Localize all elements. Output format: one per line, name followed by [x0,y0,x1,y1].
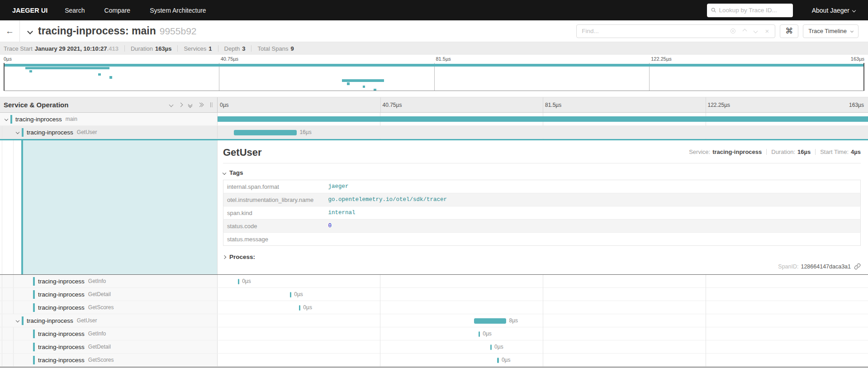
span-duration-label: 0µs [494,344,503,350]
focus-match-icon[interactable] [730,29,735,34]
chevron-down-icon [852,8,856,12]
chevron-down-icon [223,171,226,174]
keyboard-shortcuts-button[interactable]: ⌘ [780,24,798,38]
minimap-gridline [219,63,219,91]
timeline-gridline [380,97,381,112]
span-duration-bar[interactable] [497,358,499,363]
next-match-icon[interactable] [754,29,758,34]
trace-title: tracing-inprocess: main9955b92 [38,25,197,37]
minimap-gridline [649,63,650,91]
app-brand[interactable]: JAEGER UI [12,7,47,14]
trace-id-lookup-input[interactable] [719,7,788,14]
span-duration-bar[interactable] [490,345,492,350]
expander-toggle[interactable] [13,319,22,322]
indent-guide [2,288,13,301]
nav-item-compare[interactable]: Compare [104,7,131,14]
operation-name: GetInfo [88,278,106,284]
column-resizer-handle[interactable] [210,102,213,107]
minimap-span-bar [374,89,376,91]
find-input[interactable] [577,28,725,34]
timeline-gridline [543,97,543,112]
tags-accordion-header[interactable]: Tags [223,169,861,176]
nav-item-search[interactable]: Search [65,7,85,14]
nav-item-system-architecture[interactable]: System Architecture [150,7,206,14]
minimap-span-bar [347,82,350,85]
span-duration-label: 0µs [303,304,312,311]
span-rows-lower: tracing-inprocess GetInfo 0µs tracing-in… [0,275,868,367]
tags-table: internal.span.formatjaeger otel.instrume… [223,180,861,246]
find-box[interactable]: × [576,24,775,38]
span-row-getdetail-1[interactable]: tracing-inprocess GetDetail 0µs [0,288,868,301]
timeline-header-ticks: 0µs 40.75µs 81.5µs 122.25µs 163µs [218,97,868,112]
chevron-down-icon [15,319,19,322]
indent-guide [2,314,13,327]
collapse-all-icon[interactable] [189,103,192,107]
span-duration-label: 16µs [299,129,311,135]
expander-toggle[interactable] [2,118,10,120]
span-duration-bar[interactable] [479,331,480,337]
top-navbar: JAEGER UI Search Compare System Architec… [0,0,868,20]
expand-one-level-icon[interactable] [179,103,183,107]
span-duration-bar[interactable] [218,116,868,122]
indent-guide [13,354,24,366]
span-id-footer: SpanID: 128664147daca3a1 [778,263,861,270]
about-jaeger-menu[interactable]: About Jaeger [812,7,855,14]
collapse-trace-detail-toggle[interactable] [28,27,32,35]
span-color-bar [33,277,35,286]
indent-guide [2,327,13,340]
operation-name: GetScores [88,304,114,311]
trace-id-lookup[interactable] [707,4,793,17]
span-duration-bar[interactable] [299,305,301,311]
service-operation-title: Service & Operation [4,101,68,109]
service-name: tracing-inprocess [38,278,85,285]
minimap-right-scrubber-handle[interactable] [863,63,864,91]
meta-depth: Depth3 [212,45,246,52]
meta-duration: Duration163µs [119,45,172,52]
span-color-bar [10,115,12,124]
operation-name: main [66,116,77,122]
span-row-getscores-2[interactable]: tracing-inprocess GetScores 0µs [0,354,868,367]
minimap-canvas[interactable] [4,63,864,91]
copy-link-icon[interactable] [854,263,861,270]
span-duration-label: 0µs [483,330,492,337]
span-duration-label: 0µs [502,357,511,363]
trace-id-short: 9955b92 [160,26,197,36]
span-row-getuser-1[interactable]: tracing-inprocess GetUser 16µs [0,126,868,139]
span-duration-label: 0µs [294,291,303,297]
back-button[interactable]: ← [0,20,20,42]
span-color-bar [33,303,35,312]
indent-guide [13,288,24,301]
span-duration-bar[interactable] [238,279,240,284]
span-row-getinfo-1[interactable]: tracing-inprocess GetInfo 0µs [0,275,868,288]
selected-span-highlight [21,140,217,274]
span-duration-bar[interactable] [474,318,507,324]
span-row-main[interactable]: tracing-inprocess main [0,113,868,126]
detail-overview-strip: Service:tracing-inprocess Duration:16µs … [689,148,861,155]
service-name: tracing-inprocess [38,344,85,350]
clear-find-icon[interactable]: × [765,28,769,34]
span-duration-label: 8µs [509,317,518,324]
span-duration-bar[interactable] [290,292,292,297]
service-name: tracing-inprocess [38,357,85,364]
minimap-left-scrubber-handle[interactable] [4,63,5,91]
span-row-getdetail-2[interactable]: tracing-inprocess GetDetail 0µs [0,340,868,354]
service-name: tracing-inprocess [15,116,62,123]
indent-guide [2,340,13,353]
tag-row: span.kindinternal [223,206,861,220]
service-name: tracing-inprocess [38,291,85,298]
previous-match-icon[interactable] [743,29,747,34]
span-detail-left-gutter [0,140,218,274]
span-duration-bar[interactable] [234,130,297,135]
span-row-getscores-1[interactable]: tracing-inprocess GetScores 0µs [0,301,868,314]
span-row-getinfo-2[interactable]: tracing-inprocess GetInfo 0µs [0,327,868,340]
expand-all-icon[interactable] [198,103,203,106]
span-row-getuser-2[interactable]: tracing-inprocess GetUser 8µs [0,314,868,327]
span-detail-panel: GetUser Service:tracing-inprocess Durati… [0,139,868,275]
indent-guide [2,301,13,314]
collapse-one-level-icon[interactable] [169,103,174,107]
detail-divider [223,163,861,163]
process-accordion-header[interactable]: Process: [223,254,861,260]
operation-name: GetUser [77,317,97,324]
trace-view-select[interactable]: Trace Timeline [803,24,859,38]
expander-toggle[interactable] [13,131,22,134]
